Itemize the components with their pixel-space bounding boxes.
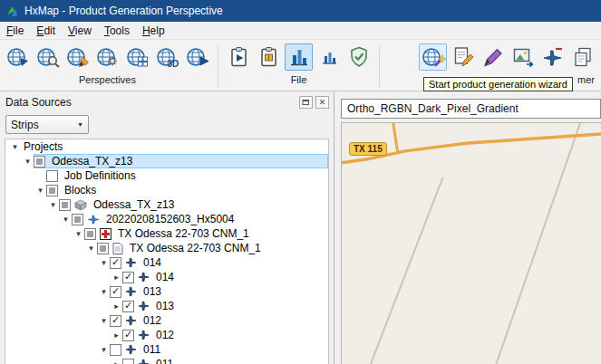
float-panel-button[interactable]	[299, 96, 313, 109]
toolbar-group-label: File	[225, 72, 373, 85]
toolbar-button-globe-annotate[interactable]	[63, 43, 92, 71]
product-combo[interactable]: Ortho_RGBN_Dark_Pixel_Gradient	[341, 99, 601, 119]
toolbar-button-globe-tiles[interactable]	[123, 43, 151, 71]
toolbar-button-globe-3d[interactable]: 3D	[153, 43, 181, 71]
expand-arrow[interactable]: ▸	[111, 299, 122, 313]
toolbar-button-plane-export[interactable]	[538, 43, 567, 71]
tree-row[interactable]: ▾Blocks	[5, 183, 328, 197]
toolbar-button-board-play[interactable]	[225, 43, 253, 71]
toolbar-button-globe-qc[interactable]	[34, 43, 62, 71]
tree-item: Job Definitions	[46, 168, 328, 183]
tree-item-label: Odessa_TX_z13	[49, 155, 135, 168]
strip-icon	[138, 359, 150, 364]
expand-arrow[interactable]: ▾	[73, 226, 84, 241]
checkbox-partial[interactable]	[59, 199, 71, 211]
tooltip: Start product generation wizard	[423, 77, 573, 91]
expand-arrow[interactable]: ▾	[98, 313, 110, 328]
expand-arrow[interactable]: ▾	[98, 284, 110, 299]
toolbar-button-globe-wizard[interactable]	[419, 43, 447, 71]
tree-item: 013	[122, 299, 328, 313]
tree-row[interactable]: ▾Odessa_TX_z13	[5, 197, 328, 212]
checkbox-empty[interactable]	[122, 359, 134, 364]
tree-indent	[5, 176, 34, 177]
expand-arrow[interactable]: ▾	[85, 241, 97, 255]
toolbar-button-globe-data-import[interactable]	[4, 43, 32, 71]
tree-indent	[5, 277, 111, 278]
toolbar: Start product generation wizard 3DPerspe…	[0, 40, 601, 91]
expand-arrow[interactable]: ▾	[22, 154, 34, 168]
checkbox-checked[interactable]	[110, 257, 121, 269]
tree-item-label: 20220208152603_Hx5004	[103, 213, 237, 225]
expand-arrow[interactable]: ▾	[47, 197, 59, 212]
checkbox-empty[interactable]	[46, 170, 58, 182]
menu-tools[interactable]: Tools	[98, 23, 136, 39]
menu-file[interactable]: File	[0, 23, 30, 39]
close-panel-button[interactable]: ✕	[315, 96, 329, 109]
expand-arrow[interactable]: ▾	[98, 255, 110, 270]
tree-indent	[5, 306, 111, 307]
map-roads	[342, 123, 601, 364]
checkbox-partial[interactable]	[46, 185, 58, 196]
strip-icon	[125, 315, 137, 326]
tree-row[interactable]: ▾Projects	[5, 139, 328, 154]
menu-edit[interactable]: Edit	[30, 23, 62, 39]
toolbar-button-doc-edit[interactable]	[449, 43, 477, 71]
map-view[interactable]: TX 115	[341, 122, 601, 364]
toolbar-button-badge-check[interactable]	[344, 43, 373, 71]
tree-row[interactable]: ▾Odessa_TX_z13	[5, 154, 328, 168]
checkbox-partial[interactable]	[84, 228, 96, 240]
toolbar-button-globe-player[interactable]	[183, 43, 211, 71]
tree-row[interactable]: ▸012	[5, 328, 328, 342]
window-title: HxMap - Product Generation Perspective	[24, 5, 223, 17]
data-sources-panel: Data Sources ✕ Strips ▼ ▾Projects▾Odessa…	[0, 91, 334, 364]
tree-row[interactable]: ▾011	[5, 342, 328, 357]
strips-combo-value: Strips	[11, 119, 39, 131]
tree-row[interactable]: Job Definitions	[5, 168, 328, 183]
tree-row[interactable]: ▾014	[5, 255, 328, 270]
tree-indent	[5, 350, 98, 350]
toolbar-button-pen[interactable]	[479, 43, 507, 71]
checkbox-partial[interactable]	[97, 243, 109, 254]
menu-view[interactable]: View	[62, 23, 98, 39]
tree-row[interactable]: ▾TX Odessa 22-703 CNM_1	[5, 241, 328, 255]
tree-indent	[5, 335, 111, 336]
toolbar-button-chart-large[interactable]	[285, 43, 313, 71]
strip-icon	[125, 257, 137, 268]
data-sources-tree: ▾Projects▾Odessa_TX_z13Job Definitions▾B…	[5, 139, 329, 364]
expand-arrow[interactable]: ▾	[34, 183, 46, 197]
checkbox-empty[interactable]	[110, 344, 121, 356]
checkbox-partial[interactable]	[34, 156, 45, 168]
tree-row[interactable]: ▸014	[5, 270, 328, 284]
toolbar-button-board-package[interactable]	[255, 43, 283, 71]
checkbox-checked[interactable]	[122, 330, 134, 341]
checkbox-checked[interactable]	[122, 272, 134, 283]
expand-arrow[interactable]: ▸	[111, 270, 122, 284]
checkbox-checked[interactable]	[122, 301, 134, 312]
toolbar-separator	[379, 45, 380, 87]
tree-row[interactable]: ▸013	[5, 299, 328, 313]
strip-icon	[138, 330, 150, 340]
tree-item: 013	[110, 284, 328, 299]
toolbar-button-chart-small[interactable]	[315, 43, 343, 71]
tree-row[interactable]: ▾013	[5, 284, 328, 299]
tree-row[interactable]: ▾20220208152603_Hx5004	[5, 212, 328, 226]
expand-arrow[interactable]: ▾	[98, 342, 110, 357]
tree-row[interactable]: ▾012	[5, 313, 328, 328]
expand-arrow[interactable]: ▸	[111, 328, 122, 342]
expand-arrow[interactable]: ▾	[60, 212, 72, 226]
expand-arrow[interactable]: ▾	[9, 139, 21, 154]
tree-row[interactable]: ▾TX Odessa 22-703 CNM_1	[5, 226, 328, 241]
checkbox-checked[interactable]	[110, 286, 121, 298]
checkbox-checked[interactable]	[110, 315, 121, 327]
menu-help[interactable]: Help	[136, 23, 171, 39]
menu-bar: FileEditViewToolsHelp	[0, 22, 601, 40]
toolbar-button-image-export[interactable]	[509, 43, 537, 71]
toolbar-group: 3DPerspectives	[4, 42, 211, 91]
expand-arrow[interactable]: ▸	[111, 357, 122, 364]
toolbar-button-pages-copy[interactable]	[568, 43, 596, 71]
tree-row[interactable]: ▸011	[5, 357, 328, 364]
tree-item: Blocks	[46, 183, 328, 197]
strips-combo[interactable]: Strips ▼	[5, 115, 89, 134]
toolbar-button-globe-processing[interactable]	[93, 43, 121, 71]
checkbox-partial[interactable]	[72, 214, 83, 225]
